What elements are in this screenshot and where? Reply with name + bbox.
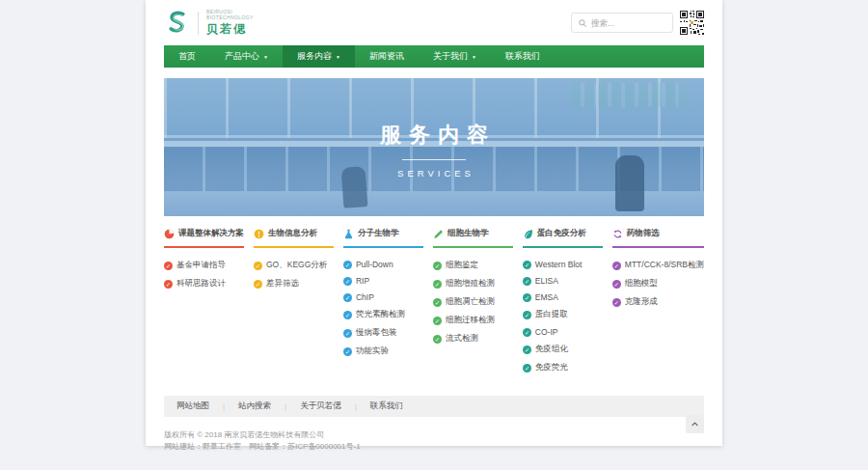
service-item[interactable]: ✓MTT/CCK-8/SRB检测 bbox=[612, 260, 704, 271]
banner-divider bbox=[402, 159, 466, 160]
header-right bbox=[571, 11, 704, 35]
service-column-solutions: 课题整体解决方案 ✓基金申请指导 ✓科研思路设计 bbox=[164, 228, 244, 380]
check-icon: ✓ bbox=[433, 317, 442, 325]
service-column-title: 分子生物学 bbox=[358, 228, 399, 239]
check-icon: ✓ bbox=[523, 346, 531, 354]
check-icon: ✓ bbox=[433, 298, 442, 307]
footer-separator: | bbox=[355, 402, 357, 411]
logo-text: BEIRUOSI BIOTECHNOLOGY 贝若偲 bbox=[206, 9, 254, 38]
service-item-label: Western Blot bbox=[535, 260, 583, 269]
service-item[interactable]: ✓Western Blot bbox=[523, 260, 603, 269]
nav-item-label: 关于我们 bbox=[433, 50, 468, 63]
service-item[interactable]: ✓细胞迁移检测 bbox=[433, 315, 513, 326]
nav-item-news[interactable]: 新闻资讯 bbox=[355, 45, 419, 68]
nav-item-label: 首页 bbox=[178, 50, 196, 63]
footer-link-sitemap[interactable]: 网站地图 bbox=[176, 401, 209, 412]
search-box bbox=[571, 13, 673, 33]
nav-item-contact[interactable]: 联系我们 bbox=[491, 45, 555, 68]
logo[interactable]: BEIRUOSI BIOTECHNOLOGY 贝若偲 bbox=[164, 9, 254, 38]
service-item-label: 细胞鉴定 bbox=[446, 260, 478, 271]
chevron-down-icon: ▼ bbox=[263, 54, 268, 60]
service-item[interactable]: ✓GO、KEGG分析 bbox=[254, 260, 334, 271]
hero-banner: 服务内容 SERVICES bbox=[164, 78, 704, 216]
flask-icon bbox=[343, 229, 354, 239]
service-item[interactable]: ✓差异筛选 bbox=[254, 278, 334, 290]
copyright-line2: 网站建站：野草工作室 网站备案：苏ICP备0000001号-1 bbox=[164, 441, 704, 453]
check-icon: ✓ bbox=[254, 262, 262, 270]
service-item[interactable]: ✓EMSA bbox=[523, 292, 603, 302]
service-item[interactable]: ✓RIP bbox=[343, 276, 423, 286]
chevron-up-icon bbox=[691, 420, 699, 429]
service-item[interactable]: ✓基金申请指导 bbox=[164, 260, 244, 271]
service-item[interactable]: ✓荧光素酶检测 bbox=[343, 309, 423, 320]
check-icon: ✓ bbox=[433, 335, 442, 344]
service-column-title: 蛋白免疫分析 bbox=[537, 228, 586, 239]
refresh-icon bbox=[612, 229, 623, 239]
service-item-label: 基金申请指导 bbox=[176, 260, 226, 271]
service-item[interactable]: ✓流式检测 bbox=[433, 333, 513, 345]
service-item[interactable]: ✓功能实验 bbox=[343, 346, 423, 357]
search-input[interactable] bbox=[591, 18, 666, 28]
service-column-title: 课题整体解决方案 bbox=[178, 228, 244, 239]
service-item[interactable]: ✓细胞增殖检测 bbox=[433, 278, 513, 290]
service-item[interactable]: ✓细胞模型 bbox=[612, 278, 704, 290]
nav-item-home[interactable]: 首页 bbox=[164, 45, 210, 68]
chevron-down-icon: ▼ bbox=[336, 54, 340, 60]
service-item[interactable]: ✓细胞凋亡检测 bbox=[433, 296, 513, 308]
service-item-label: Pull-Down bbox=[356, 260, 393, 269]
service-item-label: 差异筛选 bbox=[266, 278, 299, 290]
service-column-molecular-biology: 分子生物学 ✓Pull-Down ✓RIP ✓ChIP ✓荧光素酶检测 ✓慢病毒… bbox=[343, 228, 423, 380]
footer-link-site-search[interactable]: 站内搜索 bbox=[238, 401, 271, 412]
check-icon: ✓ bbox=[523, 328, 531, 337]
logo-caption-line2: BIOTECHNOLOGY bbox=[206, 14, 254, 20]
service-item[interactable]: ✓免疫荧光 bbox=[523, 362, 603, 373]
check-icon: ✓ bbox=[523, 277, 531, 286]
footer-separator: | bbox=[285, 402, 286, 411]
banner-title: 服务内容 bbox=[372, 121, 496, 150]
check-icon: ✓ bbox=[523, 364, 531, 373]
service-item-label: 蛋白提取 bbox=[535, 309, 568, 320]
logo-company-name: 贝若偲 bbox=[206, 21, 254, 38]
service-column-header: 课题整体解决方案 bbox=[164, 228, 244, 248]
service-item-label: 慢病毒包装 bbox=[356, 327, 397, 339]
footer-link-about[interactable]: 关于贝若偲 bbox=[300, 401, 341, 412]
service-item[interactable]: ✓慢病毒包装 bbox=[343, 327, 423, 339]
qr-code-icon bbox=[680, 11, 704, 35]
nav-item-about[interactable]: 关于我们 ▼ bbox=[419, 45, 491, 68]
nav-item-services[interactable]: 服务内容 ▼ bbox=[283, 45, 355, 68]
service-item[interactable]: ✓细胞鉴定 bbox=[433, 260, 513, 271]
service-item[interactable]: ✓ELISA bbox=[523, 276, 603, 286]
nav-item-label: 服务内容 bbox=[297, 50, 332, 63]
site-card: BEIRUOSI BIOTECHNOLOGY 贝若偲 bbox=[146, 0, 722, 446]
check-icon: ✓ bbox=[343, 311, 352, 319]
service-item-label: 流式检测 bbox=[446, 333, 478, 345]
search-icon bbox=[578, 18, 587, 28]
service-item[interactable]: ✓ChIP bbox=[343, 292, 423, 302]
footer-link-contact[interactable]: 联系我们 bbox=[370, 401, 403, 412]
service-item[interactable]: ✓Pull-Down bbox=[343, 260, 423, 269]
service-item[interactable]: ✓科研思路设计 bbox=[164, 278, 244, 290]
info-icon bbox=[254, 229, 264, 239]
check-icon: ✓ bbox=[343, 261, 352, 269]
check-icon: ✓ bbox=[343, 329, 352, 338]
back-to-top-button[interactable] bbox=[686, 415, 704, 433]
check-icon: ✓ bbox=[523, 293, 531, 302]
service-item[interactable]: ✓蛋白提取 bbox=[523, 309, 603, 320]
nav-item-products[interactable]: 产品中心 ▼ bbox=[210, 45, 283, 68]
service-item-label: CO-IP bbox=[535, 327, 558, 337]
banner-text: 服务内容 SERVICES bbox=[164, 78, 704, 216]
service-item[interactable]: ✓免疫组化 bbox=[523, 344, 603, 355]
chevron-down-icon: ▼ bbox=[472, 54, 476, 60]
check-icon: ✓ bbox=[433, 262, 442, 270]
service-item-label: 细胞模型 bbox=[625, 278, 658, 290]
services-grid: 课题整体解决方案 ✓基金申请指导 ✓科研思路设计 生物信息分析 ✓GO、KEGG… bbox=[164, 228, 704, 380]
service-item[interactable]: ✓克隆形成 bbox=[612, 296, 704, 308]
check-icon: ✓ bbox=[254, 280, 262, 289]
service-item-label: GO、KEGG分析 bbox=[266, 260, 327, 271]
check-icon: ✓ bbox=[164, 280, 173, 289]
check-icon: ✓ bbox=[612, 262, 621, 270]
service-column-header: 细胞生物学 bbox=[433, 228, 513, 248]
service-item-label: EMSA bbox=[535, 292, 558, 302]
service-item[interactable]: ✓CO-IP bbox=[523, 327, 603, 337]
service-column-title: 药物筛选 bbox=[627, 228, 660, 239]
